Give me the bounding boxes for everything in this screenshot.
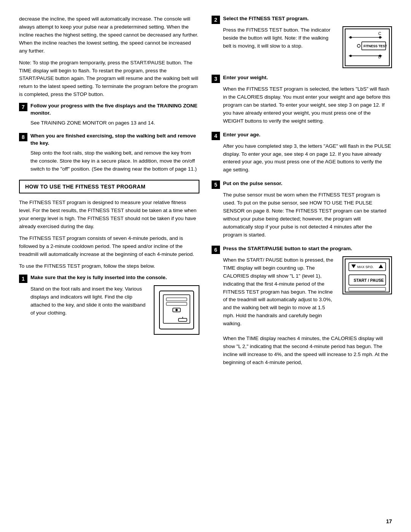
step-1-number: 1 xyxy=(19,275,27,283)
page-layout: decrease the incline, the speed will aut… xyxy=(19,15,392,373)
step-1-header: 1 Make sure that the key is fully insert… xyxy=(19,274,199,283)
fitness-intro2: The FITNESS TEST program consists of sev… xyxy=(19,235,199,259)
step-5-number: 5 xyxy=(212,181,220,189)
step-8-body: Step onto the foot rails, stop the walki… xyxy=(30,149,199,173)
step-4-title: Enter your age. xyxy=(223,131,260,139)
step-8-header: 8 When you are finished exercising, stop… xyxy=(19,133,199,147)
fitness-test-banner-text: HOW TO USE THE FITNESS TEST PROGRAM xyxy=(25,184,145,190)
fitness-test-banner: HOW TO USE THE FITNESS TEST PROGRAM xyxy=(19,180,199,193)
step-3-title: Enter your weight. xyxy=(223,74,268,81)
start-pause-diagram: MAX SP.D. START / PAUSE xyxy=(342,256,392,294)
step-7-header: 7 Follow your progress with the five dis… xyxy=(19,102,199,117)
step-2-block: 2 Select the FITNESS TEST program. Press… xyxy=(212,15,392,68)
step-6-text: When the START/ PAUSE button is pressed,… xyxy=(223,256,337,332)
svg-point-18 xyxy=(349,55,352,57)
fitness-test-panel-diagram: C FITNESS TEST D xyxy=(342,26,392,68)
step-6-block: 6 Press the START/PAUSE button to start … xyxy=(212,245,392,367)
svg-text:START / PAUSE: START / PAUSE xyxy=(354,278,384,283)
step-3-body: When the FITNESS TEST program is selecte… xyxy=(223,85,392,125)
svg-text:FITNESS TEST: FITNESS TEST xyxy=(363,44,387,48)
console-key-svg xyxy=(156,287,198,333)
step-3-block: 3 Enter your weight. When the FITNESS TE… xyxy=(212,74,392,125)
step-2-header: 2 Select the FITNESS TEST program. xyxy=(212,15,392,24)
svg-point-11 xyxy=(349,36,352,38)
step-2-title: Select the FITNESS TEST program. xyxy=(223,15,309,22)
step-8-block: 8 When you are finished exercising, stop… xyxy=(19,133,199,173)
left-column: decrease the incline, the speed will aut… xyxy=(19,15,199,373)
fitness-test-panel-svg: C FITNESS TEST D xyxy=(343,27,391,68)
step-7-body: See TRAINING ZONE MONITOR on pages 13 an… xyxy=(30,119,199,127)
step-4-body: After you have completed step 3, the let… xyxy=(223,142,392,174)
right-column: 2 Select the FITNESS TEST program. Press… xyxy=(212,15,392,373)
step-6-header: 6 Press the START/PAUSE button to start … xyxy=(212,245,392,254)
step-4-number: 4 xyxy=(212,132,220,140)
step-5-title: Put on the pulse sensor. xyxy=(223,180,282,187)
step-4-block: 4 Enter your age. After you have complet… xyxy=(212,131,392,174)
step-5-body: The pulse sensor must be worn when the F… xyxy=(223,191,392,239)
step-1-body: Stand on the foot rails and insert the k… xyxy=(30,285,148,317)
step-2-content: Press the FITNESS TEST button. The indic… xyxy=(223,26,392,68)
step-1-block: 1 Make sure that the key is fully insert… xyxy=(19,274,199,335)
step-7-block: 7 Follow your progress with the five dis… xyxy=(19,102,199,127)
step-6-body1: When the START/ PAUSE button is pressed,… xyxy=(223,256,337,328)
console-key-diagram xyxy=(154,285,199,335)
svg-text:MAX SP.D.: MAX SP.D. xyxy=(357,265,374,269)
page-number: 17 xyxy=(386,518,392,524)
step-6-body2: When the TIME display reaches 4 minutes,… xyxy=(223,335,392,367)
step-5-block: 5 Put on the pulse sensor. The pulse sen… xyxy=(212,180,392,239)
step-4-header: 4 Enter your age. xyxy=(212,131,392,140)
step-6-content: When the START/ PAUSE button is pressed,… xyxy=(223,256,392,332)
svg-point-3 xyxy=(175,309,178,311)
step-1-content: Stand on the foot rails and insert the k… xyxy=(30,285,199,335)
intro-para1: decrease the incline, the speed will aut… xyxy=(19,15,199,55)
step-6-number: 6 xyxy=(212,246,220,254)
step-2-number: 2 xyxy=(212,16,220,24)
step-5-header: 5 Put on the pulse sensor. xyxy=(212,180,392,189)
svg-text:C: C xyxy=(378,31,381,36)
step-7-title: Follow your progress with the five displ… xyxy=(30,102,199,117)
step-1-title: Make sure that the key is fully inserted… xyxy=(30,274,167,281)
step-7-number: 7 xyxy=(19,103,27,111)
svg-point-12 xyxy=(379,36,381,38)
step-8-number: 8 xyxy=(19,133,27,141)
step-3-header: 3 Enter your weight. xyxy=(212,74,392,83)
step-3-number: 3 xyxy=(212,75,220,83)
step-8-title: When you are finished exercising, stop t… xyxy=(30,133,199,147)
start-pause-svg: MAX SP.D. START / PAUSE xyxy=(343,257,391,294)
intro-para2: Note: To stop the program temporarily, p… xyxy=(19,59,199,99)
fitness-intro1: The FITNESS TEST program is designed to … xyxy=(19,199,199,231)
step-6-title: Press the START/PAUSE button to start th… xyxy=(223,245,352,252)
step-2-body: Press the FITNESS TEST button. The indic… xyxy=(223,26,337,50)
svg-point-19 xyxy=(379,55,381,57)
fitness-intro3: To use the FITNESS TEST program, follow … xyxy=(19,262,199,270)
